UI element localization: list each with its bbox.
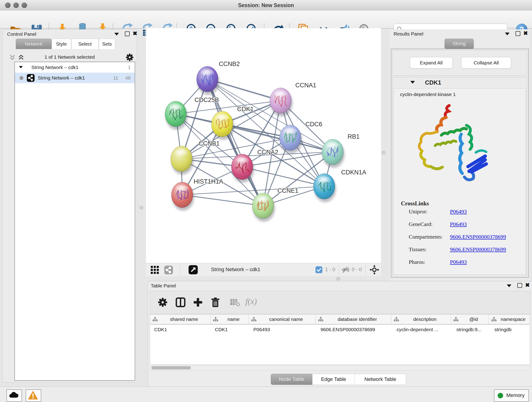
network-edge[interactable] [182,195,263,206]
crosslink-row: GeneCard: P06493 [394,221,526,230]
expand-collapse-box: Expand All Collapse All [392,50,527,76]
show-columns-button[interactable] [175,297,186,307]
tab-style[interactable]: Style [51,39,71,49]
selected-node-edge-counts: 1 - 0 [325,267,335,273]
add-column-button[interactable] [193,297,203,307]
column-header-description[interactable]: description [391,314,451,324]
tab-select[interactable]: Select [71,39,99,49]
crosslink-link[interactable]: P06493 [450,259,467,265]
network-collection-row[interactable]: String Network – cdk1 1 [15,62,135,73]
left-splitter-handle[interactable] [139,206,143,210]
toolbar-divider [339,265,339,275]
network-view-share-icon[interactable] [164,266,173,274]
column-type-icon [394,317,399,322]
birdseye-view-icon[interactable] [189,265,198,274]
hidden-node-edge-counts: 0 - 0 [352,267,362,273]
table-settings-button[interactable] [157,297,168,307]
status-bar: Memory [0,386,532,402]
close-panel-icon[interactable]: ✖ [523,31,528,36]
column-type-icon [318,317,323,322]
tab-network[interactable]: Network [16,39,51,49]
panel-menu-icon[interactable] [114,33,119,36]
crosslink-link[interactable]: P06493 [450,221,467,227]
node-label-CCNB1: CCNB1 [199,140,220,147]
node-label-CCNA2: CCNA2 [257,149,278,156]
node-label-RB1: RB1 [348,133,360,140]
collapse-all-button[interactable]: Collapse All [461,57,511,69]
node-section-header[interactable]: CDK1 [393,77,527,88]
tab-node-table[interactable]: Node Table [271,374,312,385]
tab-sets[interactable]: Sets [99,39,115,49]
column-header-shared-name[interactable]: shared name [150,314,210,324]
network-row-selected[interactable]: String Network – cdk1 11 48 [15,73,135,83]
crosslink-link[interactable]: P06493 [450,209,467,215]
horizontal-splitter-handle[interactable] [336,277,340,281]
crosslink-link[interactable]: 9606.ENSP00000378699 [450,246,506,253]
expand-all-button[interactable]: Expand All [410,57,452,69]
trash-icon [210,297,221,307]
horizontal-scrollbar[interactable] [150,366,530,370]
right-splitter-handle[interactable] [382,151,385,154]
string-network-view[interactable]: CCNB2CCNA1CDC25BCDK1CDC6RB1CCNB1CCNA2CDK… [146,28,381,263]
column-header-name[interactable]: name [210,314,249,324]
table-panel-title: Table Panel [151,283,176,288]
selected-checkbox-icon[interactable] [316,266,322,273]
column-type-icon [213,317,218,322]
column-header-canonical-name[interactable]: canonical name [249,314,316,324]
node-label-CDC25B: CDC25B [195,96,219,103]
fit-content-crosshair-icon[interactable] [370,265,379,274]
panel-menu-icon[interactable] [507,284,511,287]
hidden-eye-slash-icon[interactable] [341,266,349,274]
function-builder-button[interactable]: f(x) [245,297,257,306]
float-panel-icon[interactable] [125,32,130,36]
network-edge[interactable] [242,167,324,186]
table-row[interactable]: CDK1 CDK1 P06493 9606.ENSP00000378699 cy… [150,325,530,335]
float-panel-icon[interactable] [517,283,522,288]
close-panel-icon[interactable]: ✖ [525,283,530,288]
crosslink-label: Pharos: [409,259,425,265]
section-collapse-icon[interactable] [410,81,415,84]
toolbar-divider [365,265,366,275]
cloud-status-button[interactable] [6,389,22,402]
scrollbar-thumb[interactable] [152,366,191,370]
gear-icon [157,297,168,307]
network-canvas[interactable]: CCNB2CCNA1CDC25BCDK1CDC6RB1CCNB1CCNA2CDK… [146,28,381,263]
crosslink-row: Compartments: 9606.ENSP00000378699 [394,234,526,243]
warnings-button[interactable] [26,389,41,402]
grid-view-icon[interactable] [151,266,159,274]
column-header-database-identifier[interactable]: database identifier [316,314,391,324]
memory-button[interactable]: Memory [494,389,529,402]
title-bar: Session: New Session [0,0,532,11]
crosslinks-title: CrossLinks [401,200,429,207]
node-label-CCNB2: CCNB2 [219,61,240,67]
crosslink-link[interactable]: 9606.ENSP00000378699 [450,234,506,240]
network-view-title: String Network – cdk1 [211,267,260,273]
node-gloss [317,176,331,184]
tree-expand-icon[interactable] [19,66,23,68]
crosslink-row: Uniprot: P06493 [394,209,526,218]
node-table: shared name name canonical name database… [150,314,530,365]
delete-column-button[interactable] [210,297,221,307]
close-panel-icon[interactable]: ✖ [133,31,137,36]
panel-menu-icon[interactable] [505,32,510,35]
column-header-id[interactable]: @id [451,314,489,324]
column-header-namespace[interactable]: namespace [489,314,530,324]
network-label: String Network – cdk1 [38,75,85,81]
node-label-CCNA1: CCNA1 [295,82,317,89]
results-panel-title: Results Panel [394,31,423,37]
results-content: Expand All Collapse All CDK1 cyclin-depe… [391,49,529,278]
node-label-CDC6: CDC6 [305,121,322,128]
memory-label: Memory [506,392,525,398]
tab-string[interactable]: String [444,38,474,49]
collection-count: 1 [128,65,131,70]
node-details: cyclin-dependent kinase 1 [393,88,526,275]
crosslink-row: Pharos: P06493 [394,259,526,268]
delete-table-button[interactable] [230,297,240,307]
gear-icon[interactable] [125,53,134,62]
tab-network-table[interactable]: Network Table [355,374,406,385]
control-panel-title: Control Panel [7,32,36,37]
node-section: CDK1 cyclin-dependent kinase 1 [392,77,527,276]
tab-edge-table[interactable]: Edge Table [312,374,355,385]
network-node-count: 11 [113,75,118,81]
float-panel-icon[interactable] [515,31,520,36]
